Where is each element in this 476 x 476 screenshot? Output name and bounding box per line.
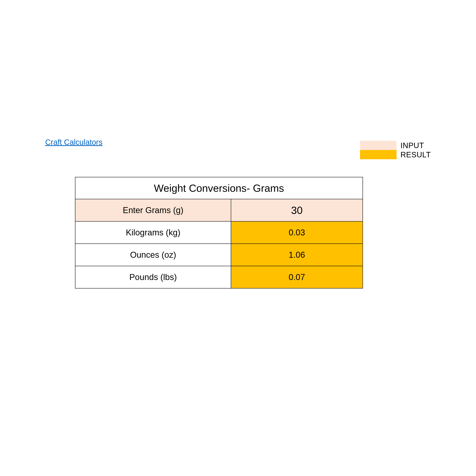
page: Craft Calculators INPUT RESULT Weight Co…	[0, 0, 476, 476]
row-enter-grams: Enter Grams (g) 30	[75, 199, 363, 221]
value-ounces: 1.06	[231, 244, 363, 266]
label-pounds: Pounds (lbs)	[75, 266, 231, 288]
legend: INPUT RESULT	[360, 141, 431, 159]
conversion-table: Weight Conversions- Grams Enter Grams (g…	[75, 177, 363, 289]
value-kilograms: 0.03	[231, 221, 363, 244]
row-ounces: Ounces (oz) 1.06	[75, 244, 363, 266]
label-enter-grams: Enter Grams (g)	[75, 199, 231, 221]
table-title: Weight Conversions- Grams	[75, 177, 363, 199]
legend-row-input: INPUT	[360, 141, 431, 150]
input-grams-value[interactable]: 30	[231, 199, 363, 221]
legend-swatch-result	[360, 150, 397, 159]
craft-calculators-link[interactable]: Craft Calculators	[45, 138, 102, 147]
legend-row-result: RESULT	[360, 150, 431, 159]
row-pounds: Pounds (lbs) 0.07	[75, 266, 363, 288]
row-kilograms: Kilograms (kg) 0.03	[75, 221, 363, 244]
value-pounds: 0.07	[231, 266, 363, 288]
label-kilograms: Kilograms (kg)	[75, 221, 231, 244]
label-ounces: Ounces (oz)	[75, 244, 231, 266]
legend-swatch-input	[360, 141, 397, 150]
legend-label-result: RESULT	[397, 150, 431, 159]
legend-label-input: INPUT	[397, 141, 424, 150]
